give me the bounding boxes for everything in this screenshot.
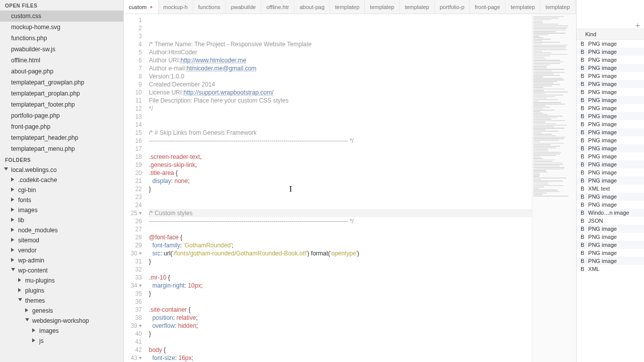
plus-icon[interactable]: +: [635, 21, 640, 30]
finder-row[interactable]: B PNG image: [577, 40, 644, 48]
minimap-line: [533, 43, 542, 44]
folder-label: vendor: [18, 247, 37, 254]
folder-item[interactable]: sitemod: [0, 235, 123, 245]
finder-row[interactable]: B PNG image: [577, 96, 644, 104]
editor-tab[interactable]: front-page: [470, 0, 506, 14]
finder-row[interactable]: B PNG image: [577, 225, 644, 233]
folder-item[interactable]: images: [0, 205, 123, 215]
editor-tab[interactable]: offline.htr: [261, 0, 294, 14]
finder-row[interactable]: B PNG image: [577, 136, 644, 144]
finder-row[interactable]: B PNG image: [577, 48, 644, 56]
open-file-item[interactable]: offline.html: [0, 55, 123, 66]
open-file-item[interactable]: templatepart_proplan.php: [0, 88, 123, 99]
finder-row[interactable]: B PNG image: [577, 241, 644, 249]
finder-row[interactable]: B PNG image: [577, 201, 644, 209]
folder-item[interactable]: fonts: [0, 195, 123, 205]
open-file-item[interactable]: templatepart_growplan.php: [0, 77, 123, 88]
finder-row[interactable]: B PNG image: [577, 193, 644, 201]
editor-tab[interactable]: templatep: [365, 0, 399, 14]
finder-row[interactable]: B PNG image: [577, 168, 644, 176]
finder-toolbar: +: [577, 0, 644, 29]
folder-item[interactable]: genesis: [0, 306, 123, 316]
folder-root[interactable]: local.weblings.co: [0, 165, 123, 175]
finder-row[interactable]: B PNG image: [577, 160, 644, 168]
editor-tab[interactable]: pwabuilde: [226, 0, 262, 14]
code-line: font-family: 'GothamRounded';: [149, 241, 532, 249]
minimap-line: [533, 66, 547, 67]
finder-row[interactable]: B PNG image: [577, 176, 644, 185]
editor-tab[interactable]: mockup-h: [158, 0, 193, 14]
editor-tab[interactable]: custom●: [124, 0, 158, 14]
finder-row[interactable]: B PNG image: [577, 88, 644, 96]
finder-row[interactable]: B PNG image: [577, 120, 644, 128]
finder-column-kind[interactable]: Kind: [577, 29, 644, 40]
editor-tab[interactable]: templatep: [330, 0, 365, 14]
open-file-item[interactable]: pwabuilder-sw.js: [0, 44, 123, 55]
finder-row[interactable]: B PNG image: [577, 144, 644, 152]
size-suffix: B: [581, 250, 587, 256]
finder-row[interactable]: B XML: [577, 265, 644, 273]
finder-row[interactable]: B PNG image: [577, 80, 644, 88]
editor-tab[interactable]: templatep: [540, 0, 575, 14]
code-line: }: [149, 330, 532, 338]
open-file-item[interactable]: portfolio-page.php: [0, 110, 123, 121]
finder-row[interactable]: B PNG image: [577, 104, 644, 112]
finder-row[interactable]: B PNG image: [577, 112, 644, 120]
code-line: */: [149, 105, 532, 113]
folder-item[interactable]: plugins: [0, 286, 123, 296]
open-file-item[interactable]: front-page.php: [0, 121, 123, 132]
open-file-item[interactable]: templatepart_menu.php: [0, 143, 123, 154]
folder-item[interactable]: mu-plugins: [0, 276, 123, 286]
folder-item[interactable]: wp-admin: [0, 255, 123, 265]
folder-item[interactable]: lib: [0, 215, 123, 225]
editor-tab[interactable]: portfolio-p: [435, 0, 470, 14]
finder-row[interactable]: B PNG image: [577, 128, 644, 136]
kind-label: PNG image: [587, 137, 617, 143]
editor-tab[interactable]: about-pag: [294, 0, 330, 14]
code-area[interactable]: I /* Theme Name: The Project - Responsiv…: [146, 14, 532, 362]
folder-item[interactable]: vendor: [0, 245, 123, 255]
open-file-item[interactable]: templatepart_footer.php: [0, 99, 123, 110]
open-file-item[interactable]: templatepart_header.php: [0, 132, 123, 143]
line-number: 2: [124, 24, 142, 32]
minimap-line: [533, 24, 558, 25]
editor-tab[interactable]: templatep: [400, 0, 435, 14]
finder-row[interactable]: B PNG image: [577, 72, 644, 80]
finder-row[interactable]: B PNG image: [577, 233, 644, 241]
open-file-item[interactable]: about-page.php: [0, 66, 123, 77]
minimap-line: [533, 46, 566, 47]
open-file-item[interactable]: custom.css: [0, 11, 123, 22]
finder-row[interactable]: B PNG image: [577, 249, 644, 257]
folder-label: .codekit-cache: [18, 176, 57, 184]
folder-item[interactable]: wp-content: [0, 265, 123, 276]
finder-row[interactable]: B Windo…n image: [577, 209, 644, 217]
finder-row[interactable]: B XML text: [577, 185, 644, 193]
folder-item[interactable]: js: [0, 336, 123, 346]
folder-item[interactable]: node_modules: [0, 225, 123, 235]
line-number: 29: [124, 241, 142, 249]
finder-row[interactable]: B PNG image: [577, 64, 644, 72]
minimap-line: [533, 134, 552, 135]
size-suffix: B: [581, 258, 587, 264]
minimap-line: [533, 30, 566, 31]
open-file-item[interactable]: functions.php: [0, 33, 123, 44]
size-suffix: B: [581, 186, 587, 192]
code-line: License URI:http://support.wrapbootstrap…: [149, 88, 532, 97]
folder-item[interactable]: .codekit-cache: [0, 175, 123, 185]
minimap-line: [533, 196, 569, 197]
open-file-item[interactable]: mockup-home.svg: [0, 22, 123, 33]
finder-row[interactable]: B PNG image: [577, 257, 644, 265]
editor-tab[interactable]: templatep: [506, 0, 540, 14]
finder-row[interactable]: B PNG image: [577, 152, 644, 160]
folder-item[interactable]: themes: [0, 296, 123, 306]
folder-item[interactable]: webdesign-workshop: [0, 316, 123, 326]
finder-row[interactable]: B JSON: [577, 217, 644, 225]
dirty-indicator-icon: ●: [149, 4, 152, 10]
line-number: 10: [124, 88, 142, 97]
finder-row[interactable]: B PNG image: [577, 56, 644, 64]
folder-item[interactable]: images: [0, 326, 123, 336]
minimap[interactable]: [532, 14, 576, 362]
code-line: Author URI:http://www.htmlcoder.me: [149, 56, 532, 64]
folder-item[interactable]: cgi-bin: [0, 185, 123, 195]
editor-tab[interactable]: functions: [193, 0, 226, 14]
